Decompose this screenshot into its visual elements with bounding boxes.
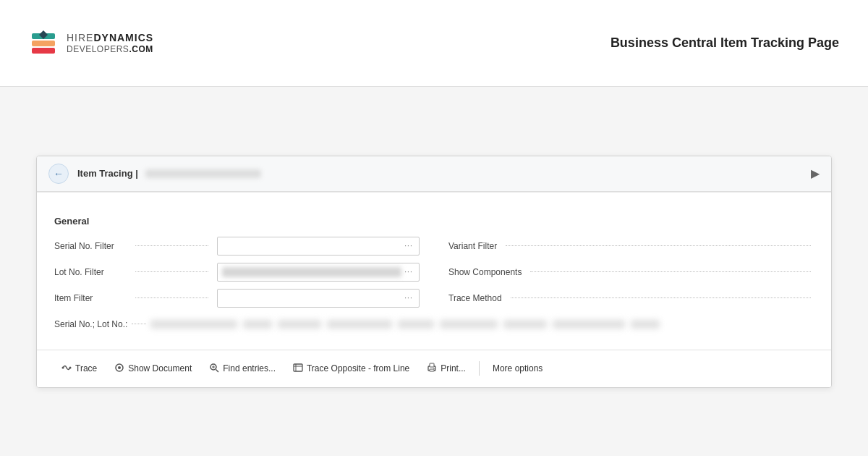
svg-rect-1 bbox=[32, 41, 55, 46]
section-title: General bbox=[54, 216, 814, 227]
window-title: Item Tracing | bbox=[77, 168, 261, 179]
show-document-button[interactable]: Show Document bbox=[107, 359, 199, 379]
trace-opposite-icon bbox=[293, 363, 303, 375]
back-button[interactable]: ← bbox=[48, 164, 69, 184]
svg-point-4 bbox=[62, 366, 64, 368]
logo-text: HIRE DYNAMICS DEVELOPERS.COM bbox=[67, 31, 153, 56]
trace-opposite-label: Trace Opposite - from Line bbox=[307, 363, 409, 373]
serial-lot-blur-9 bbox=[631, 320, 660, 329]
find-entries-label: Find entries... bbox=[223, 363, 276, 373]
trace-icon bbox=[61, 363, 72, 375]
top-banner: HIRE DYNAMICS DEVELOPERS.COM Business Ce… bbox=[0, 0, 868, 87]
show-components-row: Show Components bbox=[448, 263, 814, 282]
logo-com: .COM bbox=[129, 44, 153, 54]
svg-rect-0 bbox=[32, 48, 55, 54]
serial-lot-blur-2 bbox=[243, 320, 272, 329]
logo-developers: DEVELOPERS bbox=[67, 44, 129, 54]
show-components-label: Show Components bbox=[448, 267, 522, 277]
window-title-blurred bbox=[145, 169, 261, 178]
trace-label: Trace bbox=[75, 363, 97, 373]
lot-no-filter-label: Lot No. Filter bbox=[54, 267, 127, 277]
svg-point-5 bbox=[69, 366, 72, 368]
item-filter-dots bbox=[135, 297, 208, 298]
item-filter-row: Item Filter ··· bbox=[54, 289, 420, 308]
action-bar: Trace Show Document bbox=[37, 350, 831, 387]
svg-point-18 bbox=[433, 368, 435, 369]
item-filter-label: Item Filter bbox=[54, 293, 127, 303]
variant-filter-label: Variant Filter bbox=[448, 241, 497, 251]
svg-rect-16 bbox=[430, 363, 434, 367]
spacer-2 bbox=[37, 342, 831, 350]
svg-point-7 bbox=[118, 366, 121, 369]
trace-method-label: Trace Method bbox=[448, 293, 502, 303]
more-options-label: More options bbox=[493, 363, 542, 373]
print-button[interactable]: Print... bbox=[420, 359, 473, 379]
serial-no-filter-label: Serial No. Filter bbox=[54, 241, 127, 251]
lot-no-filter-row: Lot No. Filter ··· bbox=[54, 263, 420, 282]
print-icon bbox=[427, 363, 437, 375]
main-content: ← Item Tracing | ▶ General Serial No. Fi… bbox=[0, 87, 868, 456]
serial-lot-blur-6 bbox=[440, 320, 498, 329]
serial-lot-blur-8 bbox=[553, 320, 625, 329]
item-filter-btn[interactable]: ··· bbox=[401, 291, 416, 305]
serial-no-filter-row: Serial No. Filter ··· bbox=[54, 237, 420, 256]
cursor-indicator: ▶ bbox=[811, 166, 820, 180]
more-options-button[interactable]: More options bbox=[485, 360, 550, 377]
variant-filter-row: Variant Filter bbox=[448, 237, 814, 256]
serial-lot-blur-4 bbox=[327, 320, 392, 329]
variant-filter-dots bbox=[506, 245, 811, 246]
find-entries-icon bbox=[209, 363, 219, 375]
trace-method-row: Trace Method bbox=[448, 289, 814, 308]
window-header: ← Item Tracing | ▶ bbox=[37, 156, 831, 192]
show-document-icon bbox=[114, 363, 124, 375]
serial-no-filter-dots bbox=[135, 245, 208, 246]
find-entries-button[interactable]: Find entries... bbox=[202, 359, 283, 379]
action-divider bbox=[479, 361, 480, 376]
serial-lot-row: Serial No.; Lot No.: bbox=[54, 319, 814, 329]
lot-no-filter-btn[interactable]: ··· bbox=[401, 265, 416, 279]
serial-lot-dots bbox=[132, 324, 146, 324]
svg-rect-17 bbox=[430, 369, 434, 371]
trace-opposite-button[interactable]: Trace Opposite - from Line bbox=[286, 359, 417, 379]
lot-no-filter-input[interactable]: ··· bbox=[217, 263, 420, 282]
trace-method-dots bbox=[511, 297, 811, 298]
show-components-dots bbox=[530, 271, 811, 272]
lot-no-filter-dots bbox=[135, 271, 208, 272]
form-grid: Serial No. Filter ··· Variant Filter bbox=[54, 237, 814, 315]
logo-area: HIRE DYNAMICS DEVELOPERS.COM bbox=[29, 29, 153, 58]
item-filter-input[interactable]: ··· bbox=[217, 289, 420, 308]
form-area: General Serial No. Filter ··· Variant Fi… bbox=[37, 201, 831, 342]
serial-lot-value bbox=[150, 320, 814, 329]
serial-lot-label: Serial No.; Lot No.: bbox=[54, 319, 127, 329]
show-document-label: Show Document bbox=[128, 363, 192, 373]
page-title-area: Business Central Item Tracking Page bbox=[610, 34, 839, 52]
serial-lot-blur-3 bbox=[278, 320, 321, 329]
logo-dynamics: DYNAMICS bbox=[93, 31, 153, 44]
serial-no-filter-btn[interactable]: ··· bbox=[401, 239, 416, 253]
serial-lot-blur-5 bbox=[398, 320, 434, 329]
logo-icon bbox=[29, 29, 58, 58]
serial-lot-blur-7 bbox=[503, 320, 547, 329]
window-title-text: Item Tracing | bbox=[77, 168, 138, 179]
svg-rect-12 bbox=[294, 364, 302, 371]
serial-no-filter-input[interactable]: ··· bbox=[217, 237, 420, 256]
page-title: Business Central Item Tracking Page bbox=[610, 34, 839, 52]
bc-window: ← Item Tracing | ▶ General Serial No. Fi… bbox=[36, 156, 832, 388]
serial-lot-blur-1 bbox=[150, 320, 237, 329]
spacer-1 bbox=[37, 193, 831, 201]
svg-line-9 bbox=[216, 369, 219, 372]
print-label: Print... bbox=[441, 363, 466, 373]
trace-button[interactable]: Trace bbox=[54, 359, 104, 379]
logo-hire: HIRE bbox=[67, 31, 93, 44]
lot-no-filter-value bbox=[222, 267, 401, 277]
